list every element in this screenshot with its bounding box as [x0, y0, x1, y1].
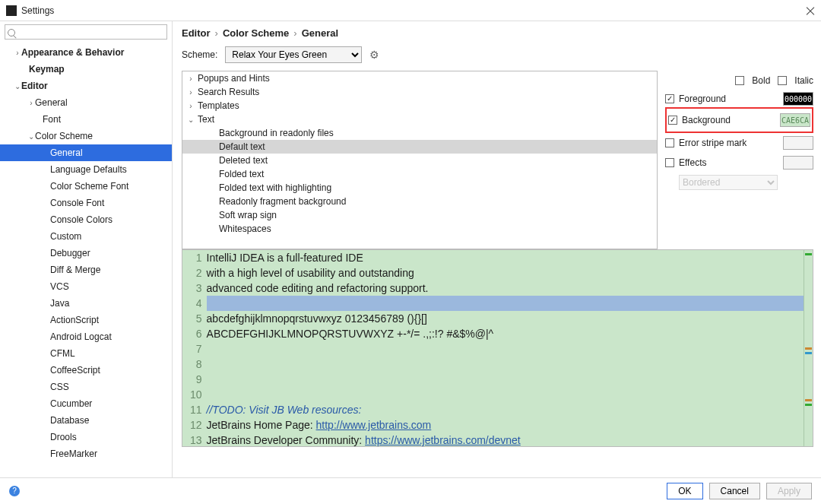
stripe-label: Error stripe mark [679, 138, 778, 148]
background-swatch[interactable]: CAE6CA [780, 113, 810, 127]
tree-item-label: ActionScript [50, 315, 99, 325]
tree-item[interactable]: Database [0, 412, 172, 429]
tree-item[interactable]: Debugger [0, 245, 172, 262]
attribute-item[interactable]: Folded text with highlighting [182, 181, 657, 195]
tree-item[interactable]: Console Colors [0, 211, 172, 228]
close-icon[interactable] [806, 6, 815, 15]
expand-icon[interactable]: › [27, 99, 35, 107]
tree-item-label: Debugger [50, 248, 90, 258]
tree-item[interactable]: VCS [0, 278, 172, 295]
code-line: advanced code editing and refactoring su… [207, 281, 813, 296]
tree-item[interactable]: Drools [0, 429, 172, 445]
foreground-swatch[interactable]: 000000 [783, 92, 813, 106]
italic-checkbox[interactable] [778, 76, 787, 85]
stripe-mark[interactable] [805, 352, 812, 354]
app-icon [6, 5, 17, 16]
breadcrumb-item[interactable]: Editor [182, 27, 211, 39]
link[interactable]: http://www.jetbrains.com [316, 419, 432, 431]
tree-item[interactable]: CFML [0, 345, 172, 362]
attribute-label: Background in readonly files [219, 128, 334, 138]
stripe-mark[interactable] [805, 253, 812, 255]
tree-item[interactable]: Color Scheme Font [0, 178, 172, 195]
stripe-swatch[interactable] [783, 136, 813, 150]
tree-item[interactable]: ActionScript [0, 312, 172, 328]
attribute-item[interactable]: ⌄Text [182, 113, 657, 126]
expand-icon[interactable]: ⌄ [187, 116, 195, 124]
tree-item[interactable]: CoffeeScript [0, 362, 172, 379]
stripe-mark[interactable] [805, 399, 812, 401]
stripe-mark[interactable] [805, 404, 812, 406]
ok-button[interactable]: OK [667, 483, 702, 499]
link[interactable]: https://www.jetbrains.com/devnet [365, 434, 521, 446]
tree-item[interactable]: ›Appearance & Behavior [0, 44, 172, 61]
tree-item[interactable]: General [0, 144, 172, 161]
tree-item[interactable]: ⌄Editor [0, 78, 172, 94]
attribute-item[interactable]: Whitespaces [182, 222, 657, 236]
expand-icon[interactable]: › [187, 74, 195, 83]
tree-item[interactable]: Language Defaults [0, 161, 172, 178]
attribute-item[interactable]: ›Templates [182, 99, 657, 113]
tree-item-label: Android Logcat [50, 331, 112, 342]
bold-checkbox[interactable] [735, 76, 744, 85]
tree-item[interactable]: CSS [0, 379, 172, 395]
expand-icon[interactable]: › [187, 102, 195, 110]
tree-item[interactable]: Console Font [0, 195, 172, 211]
tree-item-label: Diff & Merge [50, 265, 100, 275]
tree-item-label: FreeMarker [50, 449, 97, 459]
tree-item[interactable]: ›General [0, 94, 172, 111]
attribute-label: Folded text with highlighting [219, 182, 331, 193]
code-line: ABCDEFGHIJKLMNOPQRSTUVWXYZ +-*/= .,;:!? … [207, 326, 813, 341]
tree-item-label: VCS [50, 281, 69, 292]
attribute-label: Deleted text [219, 155, 268, 166]
breadcrumb-item[interactable]: Color Scheme [223, 27, 289, 39]
search-area [0, 21, 172, 43]
tree-item[interactable]: Java [0, 295, 172, 312]
help-icon[interactable]: ? [9, 486, 20, 496]
effects-swatch[interactable] [783, 156, 813, 170]
attribute-item[interactable]: ›Search Results [182, 85, 657, 99]
attribute-item[interactable]: Soft wrap sign [182, 208, 657, 222]
expand-icon[interactable]: › [14, 49, 21, 57]
attribute-item[interactable]: Default text [182, 140, 657, 154]
attribute-tree[interactable]: ›Popups and Hints›Search Results›Templat… [182, 71, 658, 249]
expand-icon[interactable]: ⌄ [14, 82, 21, 90]
code-preview[interactable]: IntelliJ IDEA is a full-featured IDEwith… [207, 250, 813, 447]
scheme-row: Scheme: Relax Your Eyes Green ⚙ [182, 46, 813, 71]
effects-checkbox[interactable] [665, 158, 674, 167]
stripe-mark[interactable] [805, 347, 812, 350]
tree-item[interactable]: Cucumber [0, 395, 172, 412]
background-checkbox[interactable] [668, 116, 677, 125]
tree-item[interactable]: Custom [0, 228, 172, 245]
attribute-item[interactable]: Folded text [182, 167, 657, 181]
stripe-checkbox[interactable] [665, 138, 674, 147]
tree-item-label: Editor [21, 81, 48, 91]
attribute-label: Search Results [198, 87, 259, 97]
cancel-button[interactable]: Cancel [709, 483, 760, 499]
attribute-item[interactable]: Readonly fragment background [182, 195, 657, 208]
tree-item-label: General [35, 97, 68, 108]
search-icon [8, 29, 15, 36]
tree-item[interactable]: Android Logcat [0, 328, 172, 345]
settings-tree[interactable]: ›Appearance & BehaviorKeymap⌄Editor›Gene… [0, 43, 172, 477]
attribute-label: Soft wrap sign [219, 210, 277, 220]
tree-item[interactable]: Diff & Merge [0, 262, 172, 278]
italic-label: Italic [794, 75, 813, 86]
gutter: 12345678910111213 [182, 250, 207, 447]
breadcrumb-item: General [302, 27, 338, 39]
expand-icon[interactable]: ⌄ [27, 132, 35, 141]
attribute-item[interactable]: ›Popups and Hints [182, 71, 657, 85]
tree-item[interactable]: Font [0, 111, 172, 128]
tree-item[interactable]: Keymap [0, 61, 172, 78]
foreground-checkbox[interactable] [665, 94, 674, 103]
expand-icon[interactable]: › [187, 88, 195, 97]
attribute-item[interactable]: Deleted text [182, 154, 657, 167]
tree-item[interactable]: ⌄Color Scheme [0, 128, 172, 144]
gear-icon[interactable]: ⚙ [369, 49, 380, 59]
tree-item[interactable]: FreeMarker [0, 445, 172, 462]
apply-button[interactable]: Apply [766, 483, 812, 499]
error-stripe[interactable] [804, 250, 813, 446]
search-input[interactable] [5, 24, 167, 40]
attribute-item[interactable]: Background in readonly files [182, 126, 657, 140]
scheme-select[interactable]: Relax Your Eyes Green [225, 46, 362, 63]
tree-item-label: Font [43, 114, 61, 125]
